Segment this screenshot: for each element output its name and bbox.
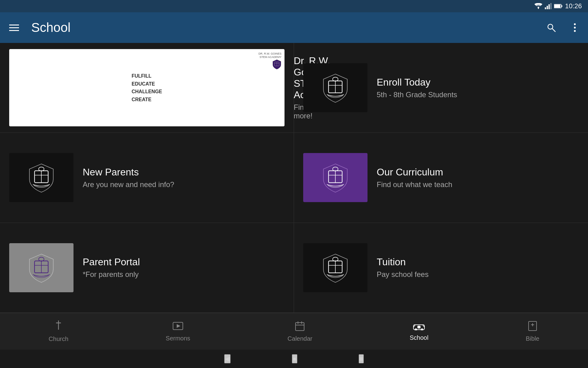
status-bar: 10:26 <box>0 0 588 12</box>
enroll-today-thumbnail <box>303 63 368 112</box>
tuition-thumbnail <box>303 243 368 292</box>
svg-rect-47 <box>418 326 420 328</box>
nav-bible[interactable]: Bible <box>514 318 552 345</box>
parent-portal-subtitle: *For parents only <box>83 270 285 279</box>
svg-marker-39 <box>177 324 180 328</box>
home-button[interactable]: ● <box>292 354 297 363</box>
nav-sermons[interactable]: Sermons <box>153 318 202 345</box>
curriculum-text: Our Curriculum Find out what we teach <box>377 167 579 189</box>
signal-icon <box>545 3 552 9</box>
tuition-title: Tuition <box>377 256 579 268</box>
more-options-button[interactable] <box>571 20 579 35</box>
status-time: 10:26 <box>565 2 582 10</box>
svg-rect-6 <box>554 5 560 8</box>
svg-point-45 <box>415 329 417 330</box>
svg-rect-1 <box>545 7 546 9</box>
back-button[interactable]: ◀ <box>224 354 231 363</box>
svg-point-46 <box>421 329 423 330</box>
stem-academy-thumbnail: DR. R.W. GOINES STEM ACADEMY FULFILL EDU… <box>9 49 285 126</box>
wifi-icon <box>534 3 542 9</box>
enroll-today-subtitle: 5th - 8th Grade Students <box>377 90 579 99</box>
curriculum-item[interactable]: Our Curriculum Find out what we teach <box>294 133 588 223</box>
svg-point-11 <box>574 27 576 29</box>
school-name-small1: DR. R.W. GOINES <box>258 52 281 56</box>
svg-point-10 <box>574 23 576 25</box>
app-bar-title: School <box>31 20 532 35</box>
parent-portal-item[interactable]: Parent Portal *For parents only <box>0 223 294 313</box>
main-grid: DR. R.W. GOINES STEM ACADEMY FULFILL EDU… <box>0 43 588 313</box>
sermons-icon <box>172 321 183 332</box>
app-bar: School <box>0 12 588 43</box>
curriculum-thumbnail <box>303 153 368 202</box>
parent-portal-title: Parent Portal <box>83 256 285 268</box>
nav-sermons-label: Sermons <box>166 335 190 342</box>
tuition-text: Tuition Pay school fees <box>377 256 579 279</box>
new-parents-thumbnail <box>9 153 74 202</box>
search-button[interactable] <box>544 20 559 35</box>
svg-rect-3 <box>548 4 550 9</box>
curriculum-subtitle: Find out what we teach <box>377 180 579 189</box>
nav-bible-label: Bible <box>526 335 539 342</box>
nav-school[interactable]: School <box>398 319 441 344</box>
tuition-subtitle: Pay school fees <box>377 270 579 279</box>
stem-academy-item[interactable]: DR. R.W. GOINES STEM ACADEMY FULFILL EDU… <box>0 43 294 133</box>
svg-line-9 <box>552 29 555 32</box>
system-nav: ◀ ● ■ <box>0 350 588 368</box>
svg-rect-7 <box>561 5 562 7</box>
bottom-nav: Church Sermons Calendar <box>0 313 588 350</box>
new-parents-subtitle: Are you new and need info? <box>83 180 285 189</box>
enroll-today-text: Enroll Today 5th - 8th Grade Students <box>377 77 579 99</box>
nav-calendar[interactable]: Calendar <box>275 318 325 345</box>
parent-portal-text: Parent Portal *For parents only <box>83 256 285 279</box>
motto-lines: FULFILL EDUCATE CHALLENGE CREATE <box>132 72 162 103</box>
battery-icon <box>554 4 563 9</box>
svg-point-0 <box>538 8 539 9</box>
new-parents-title: New Parents <box>83 167 285 178</box>
school-icon <box>413 322 425 332</box>
church-icon <box>54 320 63 333</box>
enroll-today-item[interactable]: Enroll Today 5th - 8th Grade Students <box>294 43 588 133</box>
menu-button[interactable] <box>9 25 19 31</box>
nav-school-label: School <box>410 334 428 341</box>
school-name-small2: STEM ACADEMY <box>259 56 281 59</box>
status-icons: 10:26 <box>534 2 582 10</box>
enroll-today-title: Enroll Today <box>377 77 579 88</box>
nav-church-label: Church <box>49 335 68 343</box>
svg-rect-4 <box>550 3 552 9</box>
parent-portal-thumbnail <box>9 243 74 292</box>
svg-point-12 <box>574 30 576 32</box>
calendar-icon <box>295 321 305 333</box>
new-parents-item[interactable]: New Parents Are you new and need info? <box>0 133 294 223</box>
new-parents-text: New Parents Are you new and need info? <box>83 167 285 189</box>
recents-button[interactable]: ■ <box>359 354 364 363</box>
tuition-item[interactable]: Tuition Pay school fees <box>294 223 588 313</box>
curriculum-title: Our Curriculum <box>377 167 579 178</box>
nav-calendar-label: Calendar <box>288 335 312 342</box>
app-bar-icons <box>544 20 579 35</box>
bible-icon <box>528 321 537 333</box>
nav-church[interactable]: Church <box>36 317 81 346</box>
svg-rect-2 <box>547 6 548 9</box>
svg-rect-40 <box>296 323 304 331</box>
